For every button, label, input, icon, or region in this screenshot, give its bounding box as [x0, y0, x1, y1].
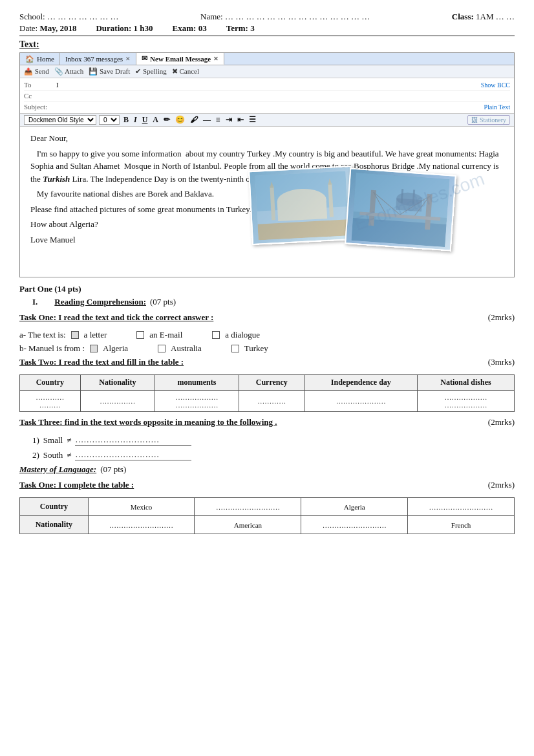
subject-label: Subject: [24, 103, 56, 111]
checkbox-turkey[interactable] [231, 345, 239, 352]
bold-button[interactable]: B [122, 115, 130, 125]
plain-text-link[interactable]: Plain Text [484, 103, 510, 111]
to-field-row: To I Show BCC [24, 80, 510, 91]
reading-pts: (07 pts) [150, 297, 176, 307]
email-toolbar: 📤 Send 📎 Attach 💾 Save Draft ✔ Spelling … [20, 65, 514, 78]
header-divider [19, 36, 515, 36]
col-country: Country [20, 375, 81, 391]
checkbox-email[interactable] [136, 331, 144, 339]
mastery-row-country: Country Mexico ……………………… Algeria …………………… [20, 498, 515, 516]
to-label: To [24, 81, 56, 89]
indent-icon[interactable]: ⇥ [224, 115, 233, 125]
col-monuments: monuments [155, 375, 239, 391]
mastery-dots-2: ……………………… [408, 498, 515, 516]
font-size-select[interactable]: 0 [99, 115, 120, 125]
cc-field-row: Cc [24, 91, 510, 102]
email-salutation: Dear Nour, [30, 132, 504, 145]
option-letter: a letter [84, 330, 107, 340]
task-two-table: Country Nationality monuments Currency I… [19, 374, 515, 412]
photo-bosphorus [345, 167, 456, 251]
stationery-badge: 🖼 Stationery [467, 115, 510, 125]
email-format-bar: Dockmen Old Style 0 B I U A ✏ 😊 🖌 — ≡ ⇥ … [20, 114, 514, 127]
mastery-table: Country Mexico ……………………… Algeria …………………… [19, 497, 515, 534]
cell-1-1: ………………… [20, 391, 81, 412]
italic-button[interactable]: I [133, 115, 138, 125]
cell-1-6: ……………………………… [417, 391, 514, 412]
photos-area: My favourite national dishes are Borek a… [30, 188, 504, 272]
task3-item-1: 1) Small ≠ ………………………… [32, 435, 515, 446]
paint-icon[interactable]: 🖌 [189, 115, 199, 125]
spelling-button[interactable]: ✔ Spelling [135, 67, 166, 76]
mastery-task-one-title: Task One: I complete the table : [19, 480, 134, 490]
task3-num-1: 1) [32, 435, 39, 446]
send-button[interactable]: 📤 Send [24, 67, 49, 76]
underline-button[interactable]: U [141, 115, 149, 125]
task-two-title: Task Two: I read the text and fill in th… [19, 357, 184, 367]
task-one-title: Task One: I read the text and tick the c… [19, 312, 213, 323]
option-australia: Australia [171, 343, 202, 354]
email-fields: To I Show BCC Cc Subject: Plain Text [20, 78, 514, 114]
mastery-row-nationality: Nationality ……………………… American ………………………… [20, 516, 515, 534]
show-bcc-link[interactable]: Show BCC [481, 81, 510, 89]
outdent-icon[interactable]: ⇤ [236, 115, 245, 125]
task3-word-1: Small [43, 435, 63, 446]
close-inbox-icon[interactable]: ✕ [125, 56, 131, 62]
checkbox-letter[interactable] [71, 331, 79, 339]
task3-num-2: 2) [32, 450, 39, 460]
task-one-pts: (2mrks) [488, 312, 515, 323]
cell-1-2: …………… [80, 391, 155, 412]
name-field: Name: … … … … … … … … … … … … … … [200, 12, 370, 22]
save-draft-button[interactable]: 💾 Save Draft [89, 67, 130, 76]
photo-hagia-sophia [248, 166, 356, 245]
cancel-button[interactable]: ✖ Cancel [172, 67, 199, 76]
emoji-icon[interactable]: 😊 [174, 115, 186, 125]
task3-answer-2[interactable]: ………………………… [75, 449, 191, 460]
subject-field-row: Subject: Plain Text [24, 102, 510, 112]
mastery-american: American [195, 516, 301, 534]
tab-inbox[interactable]: Inbox 367 messages ✕ [60, 53, 136, 65]
task-two-pts: (3mrks) [488, 357, 515, 367]
task-three-title: Task Three: find in the text words oppos… [19, 417, 277, 427]
mastery-algeria: Algeria [301, 498, 408, 516]
task3-word-2: South [43, 450, 63, 460]
header-row2: Date: May, 2018 Duration: 1 h30 Exam: 03… [19, 23, 515, 34]
date-field: Date: May, 2018 [19, 23, 76, 34]
to-value[interactable]: I [56, 81, 481, 89]
home-icon: 🏠 [25, 55, 34, 63]
turkish-word: Turkish [43, 174, 70, 184]
task3-neq-1: ≠ [67, 435, 71, 446]
tab-new-email[interactable]: ✉ New Email Message ✕ [136, 53, 224, 65]
checkbox-australia[interactable] [158, 345, 166, 352]
col-nationality: Nationality [80, 375, 155, 391]
tab-home[interactable]: 🏠 Home [20, 53, 60, 65]
cell-1-5: ………………… [304, 391, 417, 412]
checkbox-algeria[interactable] [90, 345, 98, 352]
mastery-task-one-pts: (2mrks) [488, 480, 515, 490]
pencil-icon: ✏ [162, 115, 171, 125]
format-a-button[interactable]: A [151, 115, 160, 125]
reading-label: I. [32, 297, 37, 307]
font-style-select[interactable]: Dockmen Old Style [24, 115, 96, 125]
mastery-nat-dots-2: ……………………… [301, 516, 408, 534]
part-one-title: Part One (14 pts) [19, 284, 515, 294]
question-b: b- Manuel is from : Algeria Australia Tu… [19, 343, 515, 354]
header-row1: School: … … … … … … … Name: … … … … … … … [19, 12, 515, 22]
col-independence: Independence day [304, 375, 417, 391]
close-new-email-icon[interactable]: ✕ [213, 56, 219, 62]
cell-1-3: ……………………………… [155, 391, 239, 412]
attach-button[interactable]: 📎 Attach [54, 67, 83, 76]
option-email: an E-mail [149, 330, 182, 340]
cell-1-4: ………… [239, 391, 304, 412]
checkbox-dialogue[interactable] [212, 331, 220, 339]
col-currency: Currency [239, 375, 304, 391]
list-icon[interactable]: ☰ [248, 115, 257, 125]
align-left-icon[interactable]: ≡ [215, 115, 222, 125]
school-field: School: … … … … … … … [19, 12, 118, 22]
mastery-title: Mastery of Language: [19, 464, 96, 475]
email-body: Dear Nour, I'm so happy to give you some… [20, 127, 514, 277]
task3-answer-1[interactable]: ………………………… [75, 435, 191, 446]
dash-icon: — [202, 115, 212, 125]
exam-field: Exam: 03 [173, 23, 207, 34]
question-b-label: b- Manuel is from : [19, 343, 85, 354]
compose-icon: ✉ [142, 54, 147, 63]
